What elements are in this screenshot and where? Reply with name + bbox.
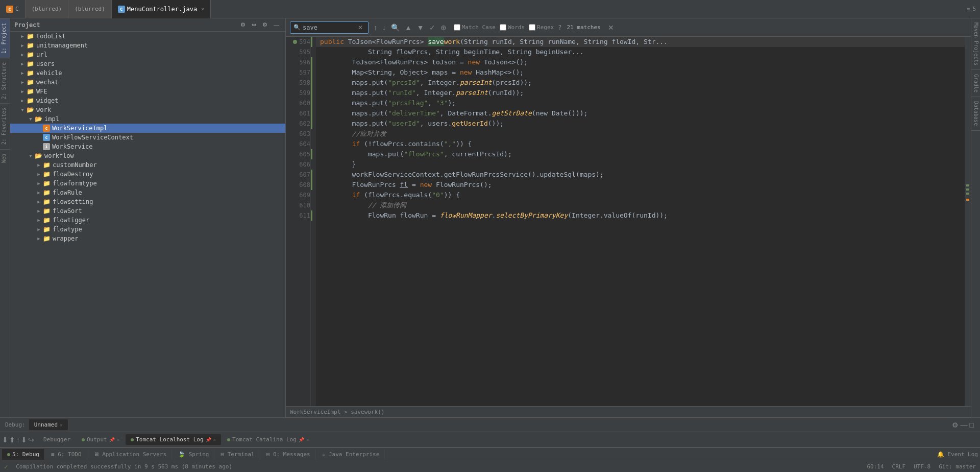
search-prev-btn[interactable]: ↑: [372, 22, 379, 33]
debug-action-btn-4[interactable]: ⬇: [21, 436, 27, 444]
tree-arrow-flowDestroy[interactable]: ▶: [35, 172, 43, 177]
debug-action-btn-5[interactable]: ↪: [28, 436, 34, 444]
left-tab-web[interactable]: Web: [0, 149, 10, 167]
tree-item-work[interactable]: ▼ 📂 work: [10, 105, 285, 114]
tree-item-WFE[interactable]: ▶ 📁 WFE: [10, 87, 285, 96]
search-input[interactable]: [303, 24, 354, 31]
left-tab-project[interactable]: 1: Project: [0, 18, 10, 58]
tree-item-flowDestroy[interactable]: ▶ 📁 flowDestroy: [10, 170, 285, 179]
right-scrollbar[interactable]: [965, 37, 971, 406]
tree-item-WorkServiceImpl[interactable]: c WorkServiceImpl: [10, 124, 285, 133]
output-close-icon[interactable]: ✕: [117, 437, 119, 442]
app-tab-debug[interactable]: Unnamed ✕: [29, 419, 68, 430]
regex-checkbox[interactable]: Regex: [529, 24, 554, 31]
left-tab-favorites[interactable]: 2: Favorites: [0, 103, 10, 149]
tree-arrow-flowRule[interactable]: ▶: [35, 190, 43, 195]
code-line-611[interactable]: FlowRun flowRun = flowRunMapper.selectBy…: [316, 210, 965, 221]
search-next-btn[interactable]: ↓: [380, 22, 388, 33]
code-line-604[interactable]: if (!flowPrcs.contains(",")) {: [316, 139, 965, 149]
project-tab-todo[interactable]: ≡ 6: TODO: [46, 449, 87, 460]
bottom-tab-debugger[interactable]: Debugger: [38, 434, 76, 445]
sidebar-collapse-btn[interactable]: ⇔: [250, 20, 258, 29]
search-filter3-btn[interactable]: ⊕: [438, 22, 449, 33]
search-clear-btn[interactable]: ✕: [356, 23, 365, 32]
match-case-input[interactable]: [454, 24, 460, 31]
sidebar-minimize-btn[interactable]: —: [272, 20, 281, 29]
code-line-602[interactable]: maps.put("userId", users.getUserId());: [316, 119, 965, 129]
debug-minimize-btn[interactable]: —: [961, 421, 968, 429]
tree-item-url[interactable]: ▶ 📁 url: [10, 50, 285, 59]
search-close-btn[interactable]: ✕: [606, 22, 616, 33]
tab-3[interactable]: (blurred): [68, 0, 112, 18]
search-find-btn[interactable]: 🔍: [389, 22, 402, 33]
tree-item-flowSort[interactable]: ▶ 📁 flowSort: [10, 206, 285, 216]
tree-arrow-flowSort[interactable]: ▶: [35, 208, 43, 214]
tree-arrow-workflow[interactable]: ▼: [27, 153, 35, 158]
tree-item-WorkFlowServiceContext[interactable]: c WorkFlowServiceContext: [10, 133, 285, 142]
code-line-608[interactable]: FlowRunPrcs fl = new FlowRunPrcs();: [316, 180, 965, 190]
tree-item-flowformtype[interactable]: ▶ 📁 flowformtype: [10, 179, 285, 188]
tree-item-widget[interactable]: ▶ 📁 widget: [10, 96, 285, 105]
code-lines-container[interactable]: public ToJson<FlowRunPrcs> savework(Stri…: [316, 37, 965, 406]
app-tab-debug-close[interactable]: ✕: [60, 422, 62, 428]
tree-arrow-flowformtype[interactable]: ▶: [35, 181, 43, 186]
project-tab-messages[interactable]: ⊟ 0: Messages: [261, 449, 316, 460]
code-line-598[interactable]: maps.put("prcsId", Integer.parseInt(prcs…: [316, 78, 965, 88]
bottom-tab-tomcat-catalina[interactable]: Tomcat Catalina Log 📌 ✕: [222, 434, 314, 445]
breakpoint-marker-594[interactable]: [293, 40, 297, 44]
tree-arrow-url[interactable]: ▶: [18, 52, 27, 57]
project-tab-terminal[interactable]: ⊟ Terminal: [215, 449, 260, 460]
tree-arrow-wechat[interactable]: ▶: [18, 80, 27, 85]
left-tab-structure[interactable]: 2: Structure: [0, 58, 10, 103]
project-tab-appservers[interactable]: 🖥 Application Servers: [88, 449, 172, 460]
code-line-607[interactable]: workFlowServiceContext.getFlowRunPrcsSer…: [316, 170, 965, 180]
tree-item-todoList[interactable]: ▶ 📁 todoList: [10, 32, 285, 41]
project-tab-spring[interactable]: 🍃 Spring: [173, 449, 214, 460]
code-line-595[interactable]: String flowPrcs, String beginTime, Strin…: [316, 47, 965, 57]
code-line-609[interactable]: if (flowPrcs.equals("0")) {: [316, 190, 965, 200]
tree-arrow-unitmanagement[interactable]: ▶: [18, 43, 27, 48]
right-tab-maven[interactable]: Maven Projects: [971, 18, 980, 70]
tree-item-customNumber[interactable]: ▶ 📁 customNumber: [10, 160, 285, 170]
tree-arrow-users[interactable]: ▶: [18, 61, 27, 66]
search-filter-btn[interactable]: ▲: [403, 22, 414, 33]
code-line-596[interactable]: ToJson<FlowRunPrcs> toJson = new ToJson<…: [316, 57, 965, 67]
code-line-594[interactable]: public ToJson<FlowRunPrcs> savework(Stri…: [316, 37, 965, 47]
project-tab-java-enterprise[interactable]: ☕ Java Enterprise: [317, 449, 385, 460]
project-tab-debug[interactable]: 5: Debug: [2, 449, 45, 460]
tree-item-vehicle[interactable]: ▶ 📁 vehicle: [10, 68, 285, 78]
sidebar-settings-btn[interactable]: ⚙: [238, 20, 248, 29]
tree-item-flowsetting[interactable]: ▶ 📁 flowsetting: [10, 197, 285, 206]
right-tab-database[interactable]: Database: [971, 97, 980, 130]
tree-item-impl[interactable]: ▼ 📂 impl: [10, 114, 285, 124]
match-case-checkbox[interactable]: Match Case: [454, 24, 496, 31]
tree-arrow-widget[interactable]: ▶: [18, 98, 27, 103]
bottom-tab-tomcat-localhost[interactable]: Tomcat Localhost Log 📌 ✕: [126, 434, 221, 445]
code-line-603[interactable]: //应对并发: [316, 129, 965, 139]
tree-arrow-flowsetting[interactable]: ▶: [35, 199, 43, 204]
code-line-605[interactable]: maps.put("flowPrcs", currentPrcsId);: [316, 149, 965, 159]
tree-item-wechat[interactable]: ▶ 📁 wechat: [10, 78, 285, 87]
search-input-wrap[interactable]: 🔍 ✕: [290, 21, 369, 34]
tree-arrow-WFE[interactable]: ▶: [18, 89, 27, 94]
tree-arrow-flowtype[interactable]: ▶: [35, 227, 43, 232]
debug-settings-btn[interactable]: ⚙: [952, 421, 959, 429]
regex-input[interactable]: [529, 24, 535, 31]
tree-item-workflow[interactable]: ▼ 📂 workflow: [10, 151, 285, 160]
bottom-tab-output[interactable]: Output 📌 ✕: [77, 434, 125, 445]
search-check-btn[interactable]: ✓: [427, 22, 437, 33]
code-line-606[interactable]: }: [316, 159, 965, 170]
debug-maximize-btn[interactable]: □: [970, 421, 974, 429]
event-log-link[interactable]: 🔔 Event Log: [937, 451, 978, 458]
tree-item-flowRule[interactable]: ▶ 📁 flowRule: [10, 188, 285, 197]
words-checkbox[interactable]: Words: [500, 24, 525, 31]
code-line-599[interactable]: maps.put("runId", Integer.parseInt(runId…: [316, 88, 965, 98]
tree-item-unitmanagement[interactable]: ▶ 📁 unitmanagement: [10, 41, 285, 50]
search-filter2-btn[interactable]: ▼: [415, 22, 426, 33]
tomcat-catalina-close-icon[interactable]: ✕: [306, 437, 309, 442]
tab-menu-controller[interactable]: c MenuController.java ✕: [112, 0, 211, 18]
tree-item-flowtigger[interactable]: ▶ 📁 flowtigger: [10, 216, 285, 225]
tree-item-flowtype[interactable]: ▶ 📁 flowtype: [10, 225, 285, 234]
tree-item-WorkService[interactable]: i WorkService: [10, 142, 285, 151]
tree-arrow-impl[interactable]: ▼: [27, 116, 35, 122]
